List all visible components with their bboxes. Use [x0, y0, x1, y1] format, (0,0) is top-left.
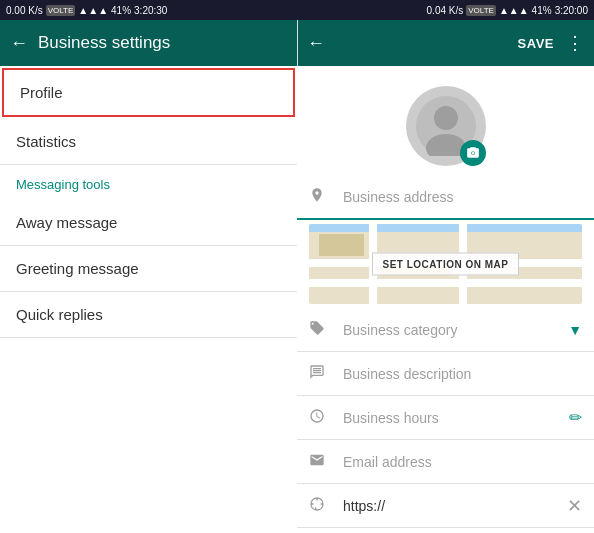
sidebar-item-quick-replies[interactable]: Quick replies	[0, 292, 297, 338]
business-address-content: Business address	[343, 189, 582, 205]
edit-hours-icon[interactable]: ✏	[569, 408, 582, 427]
section-label-messaging-tools: Messaging tools	[0, 165, 297, 200]
map-block-1	[319, 234, 364, 256]
back-button-right[interactable]: ←	[307, 33, 325, 54]
dropdown-arrow-icon: ▼	[568, 322, 582, 338]
map-water	[309, 224, 582, 232]
svg-point-1	[434, 106, 458, 130]
right-panel: Business address SET LOCATION ON MAP Bus…	[297, 66, 594, 533]
back-button-left[interactable]: ←	[10, 33, 28, 54]
business-description-field[interactable]: Business description	[297, 352, 594, 396]
set-location-button[interactable]: SET LOCATION ON MAP	[372, 253, 520, 276]
description-icon	[309, 364, 333, 384]
speed-left: 0.00 K/s	[6, 5, 43, 16]
map-road-horizontal-2	[309, 279, 582, 287]
business-description-placeholder: Business description	[343, 366, 471, 382]
camera-badge-button[interactable]	[460, 140, 486, 166]
globe-icon	[309, 496, 333, 516]
left-panel: Profile Statistics Messaging tools Away …	[0, 66, 297, 533]
speed-right: 0.04 K/s	[427, 5, 464, 16]
nav-bar-left: ← Business settings	[0, 20, 297, 66]
business-category-content: Business category	[343, 322, 568, 338]
battery-left: 41%	[111, 5, 131, 16]
clock-icon	[309, 408, 333, 428]
status-bar-left: 0.00 K/s VOLTE ▲▲▲ 41% 3:20:30	[0, 0, 297, 20]
business-hours-content: Business hours	[343, 410, 569, 426]
sidebar-item-statistics-label: Statistics	[16, 133, 76, 150]
website-value: https://	[343, 498, 385, 514]
business-description-content: Business description	[343, 366, 582, 382]
nav-bar-right: ← SAVE ⋮	[297, 20, 594, 66]
sidebar-item-profile[interactable]: Profile	[2, 68, 295, 117]
email-address-field[interactable]: Email address	[297, 440, 594, 484]
sidebar-item-greeting-message-label: Greeting message	[16, 260, 139, 277]
battery-right: 41%	[532, 5, 552, 16]
location-icon	[309, 187, 333, 207]
time-right: 3:20:00	[555, 5, 588, 16]
network-left: VOLTE	[46, 5, 76, 16]
page-title: Business settings	[38, 33, 170, 53]
tag-icon	[309, 320, 333, 340]
nav-right-actions: SAVE ⋮	[518, 32, 584, 54]
business-category-placeholder: Business category	[343, 322, 457, 338]
email-icon	[309, 452, 333, 472]
business-address-placeholder: Business address	[343, 189, 454, 205]
more-options-icon[interactable]: ⋮	[566, 32, 584, 54]
camera-icon	[466, 146, 480, 160]
business-category-field[interactable]: Business category ▼	[297, 308, 594, 352]
business-hours-field[interactable]: Business hours ✏	[297, 396, 594, 440]
time-left: 3:20:30	[134, 5, 167, 16]
sidebar-item-profile-label: Profile	[20, 84, 63, 101]
signal-right-icon: ▲▲▲	[499, 5, 529, 16]
business-hours-placeholder: Business hours	[343, 410, 439, 426]
email-address-placeholder: Email address	[343, 454, 432, 470]
avatar-wrapper	[406, 86, 486, 166]
sidebar-item-greeting-message[interactable]: Greeting message	[0, 246, 297, 292]
sidebar-item-statistics[interactable]: Statistics	[0, 119, 297, 165]
save-button[interactable]: SAVE	[518, 36, 554, 51]
website-field[interactable]: https:// ✕	[297, 484, 594, 528]
email-address-content: Email address	[343, 454, 582, 470]
sidebar-item-quick-replies-label: Quick replies	[16, 306, 103, 323]
signal-icon: ▲▲▲	[78, 5, 108, 16]
clear-website-icon[interactable]: ✕	[567, 495, 582, 517]
avatar-section	[297, 66, 594, 176]
network-right: VOLTE	[466, 5, 496, 16]
sidebar-item-away-message-label: Away message	[16, 214, 117, 231]
sidebar-item-away-message[interactable]: Away message	[0, 200, 297, 246]
status-bar-right: 0.04 K/s VOLTE ▲▲▲ 41% 3:20:00	[297, 0, 594, 20]
website-content: https://	[343, 498, 567, 514]
map-container[interactable]: SET LOCATION ON MAP	[309, 224, 582, 304]
business-address-field[interactable]: Business address	[297, 176, 594, 220]
